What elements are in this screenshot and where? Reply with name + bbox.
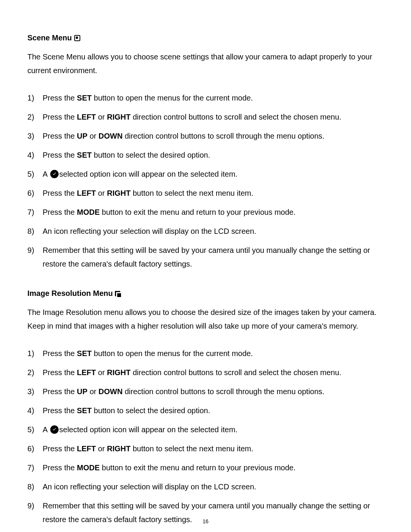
step-text: direction control buttons to scroll thro… bbox=[123, 132, 324, 140]
step-text: selected option icon will appear on the … bbox=[59, 170, 237, 178]
step-text: An icon reflecting your selection will d… bbox=[43, 482, 256, 491]
step-bold: MODE bbox=[77, 463, 100, 472]
step-text: button to exit the menu and return to yo… bbox=[100, 208, 296, 216]
step-bold: SET bbox=[77, 94, 92, 102]
step-item: A selected option icon will appear on th… bbox=[27, 167, 384, 181]
step-bold: SET bbox=[77, 349, 92, 358]
step-text: An icon reflecting your selection will d… bbox=[43, 227, 256, 235]
step-text: button to open the menus for the current… bbox=[92, 349, 253, 358]
step-text: selected option icon will appear on the … bbox=[59, 425, 237, 434]
step-bold: RIGHT bbox=[107, 368, 131, 377]
step-bold: LEFT bbox=[77, 189, 96, 197]
step-bold: UP bbox=[77, 387, 88, 396]
section-heading: Scene Menu bbox=[27, 34, 384, 42]
step-bold: SET bbox=[77, 406, 92, 415]
step-text: A bbox=[43, 170, 49, 178]
step-bold: RIGHT bbox=[107, 113, 131, 121]
step-text: Press the bbox=[43, 406, 77, 415]
step-text: button to exit the menu and return to yo… bbox=[100, 463, 296, 472]
step-bold: SET bbox=[77, 151, 92, 159]
step-text: or bbox=[88, 132, 99, 140]
step-text: direction control buttons to scroll and … bbox=[131, 113, 341, 121]
step-bold: RIGHT bbox=[107, 189, 131, 197]
step-item: Press the LEFT or RIGHT button to select… bbox=[27, 186, 384, 200]
step-text: Press the bbox=[43, 208, 77, 216]
step-text: Press the bbox=[43, 189, 77, 197]
step-item: A selected option icon will appear on th… bbox=[27, 423, 384, 436]
section-intro: The Scene Menu allows you to choose scen… bbox=[27, 50, 384, 77]
step-text: direction control buttons to scroll thro… bbox=[123, 387, 324, 396]
step-bold: MODE bbox=[77, 208, 100, 216]
step-item: Press the SET button to open the menus f… bbox=[27, 347, 384, 360]
step-text: button to select the next menu item. bbox=[131, 444, 253, 453]
step-bold: LEFT bbox=[77, 113, 96, 121]
step-bold: LEFT bbox=[77, 444, 96, 453]
scene-menu-icon bbox=[74, 35, 80, 41]
step-item: Press the LEFT or RIGHT direction contro… bbox=[27, 366, 384, 379]
step-text: button to select the desired option. bbox=[92, 406, 210, 415]
heading-text: Image Resolution Menu bbox=[27, 289, 113, 298]
step-text: or bbox=[96, 368, 107, 377]
step-text: Press the bbox=[43, 463, 77, 472]
step-item: Press the SET button to select the desir… bbox=[27, 404, 384, 417]
step-text: Press the bbox=[43, 444, 77, 453]
section: Scene Menu The Scene Menu allows you to … bbox=[27, 34, 384, 271]
step-text: A bbox=[43, 425, 49, 434]
step-text: Press the bbox=[43, 113, 77, 121]
step-text: Press the bbox=[43, 132, 77, 140]
step-item: Press the SET button to open the menus f… bbox=[27, 91, 384, 105]
steps-list: Press the SET button to open the menus f… bbox=[27, 91, 384, 271]
page-number: 16 bbox=[0, 518, 411, 524]
checkmark-icon bbox=[50, 425, 59, 434]
step-text: or bbox=[96, 189, 107, 197]
step-text: Press the bbox=[43, 94, 77, 102]
step-text: direction control buttons to scroll and … bbox=[131, 368, 341, 377]
section-heading: Image Resolution Menu bbox=[27, 289, 384, 298]
step-text: Press the bbox=[43, 387, 77, 396]
step-item: An icon reflecting your selection will d… bbox=[27, 224, 384, 238]
step-text: button to select the desired option. bbox=[92, 151, 210, 159]
step-bold: DOWN bbox=[99, 387, 123, 396]
step-text: Remember that this setting will be saved… bbox=[43, 246, 370, 268]
step-text: button to select the next menu item. bbox=[131, 189, 253, 197]
step-item: An icon reflecting your selection will d… bbox=[27, 480, 384, 494]
step-bold: UP bbox=[77, 132, 88, 140]
step-text: or bbox=[88, 387, 99, 396]
step-item: Press the LEFT or RIGHT button to select… bbox=[27, 442, 384, 455]
section-intro: The Image Resolution menu allows you to … bbox=[27, 305, 384, 333]
image-resolution-icon bbox=[115, 291, 120, 296]
section: Image Resolution Menu The Image Resoluti… bbox=[27, 289, 384, 526]
heading-text: Scene Menu bbox=[27, 34, 72, 42]
page-content: Scene Menu The Scene Menu allows you to … bbox=[27, 34, 384, 526]
step-item: Press the UP or DOWN direction control b… bbox=[27, 385, 384, 398]
step-text: Press the bbox=[43, 368, 77, 377]
step-text: or bbox=[96, 113, 107, 121]
step-item: Remember that this setting will be saved… bbox=[27, 243, 384, 271]
step-item: Press the MODE button to exit the menu a… bbox=[27, 461, 384, 474]
step-item: Press the MODE button to exit the menu a… bbox=[27, 205, 384, 219]
steps-list: Press the SET button to open the menus f… bbox=[27, 347, 384, 526]
step-item: Press the SET button to select the desir… bbox=[27, 148, 384, 162]
step-text: or bbox=[96, 444, 107, 453]
step-text: Press the bbox=[43, 349, 77, 358]
step-item: Press the LEFT or RIGHT direction contro… bbox=[27, 110, 384, 124]
step-text: Press the bbox=[43, 151, 77, 159]
step-text: button to open the menus for the current… bbox=[92, 94, 253, 102]
step-item: Press the UP or DOWN direction control b… bbox=[27, 129, 384, 143]
checkmark-icon bbox=[50, 170, 59, 178]
step-bold: DOWN bbox=[99, 132, 123, 140]
step-bold: RIGHT bbox=[107, 444, 131, 453]
step-bold: LEFT bbox=[77, 368, 96, 377]
